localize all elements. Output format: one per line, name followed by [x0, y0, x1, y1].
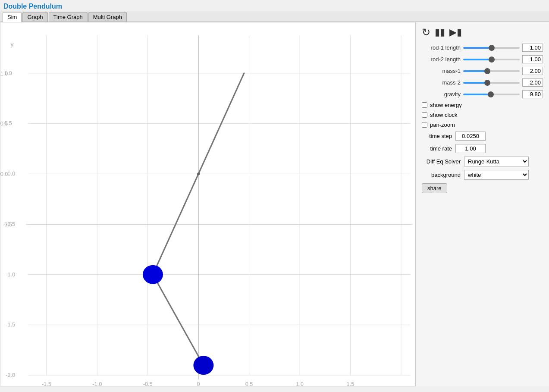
rod1-length-row: rod-1 length — [422, 44, 543, 52]
pan-zoom-row: pan-zoom — [422, 122, 543, 128]
pan-zoom-label: pan-zoom — [430, 122, 455, 128]
time-step-row: time step — [422, 132, 543, 141]
diff-eq-row: Diff Eq Solver Runge-Kutta Euler Modifie… — [422, 157, 543, 166]
share-button[interactable]: share — [422, 183, 447, 193]
svg-text:1.0: 1.0 — [296, 381, 304, 386]
rod2-length-label: rod-2 length — [422, 56, 461, 63]
svg-text:-0.5: -0.5 — [143, 381, 153, 386]
svg-text:y: y — [10, 41, 13, 47]
controls-panel: ↻ ▮▮ ▶▮ rod-1 length rod-2 length mass-1… — [415, 22, 549, 386]
svg-text:0.5: 0.5 — [245, 381, 253, 386]
svg-text:0.0: 0.0 — [7, 171, 15, 177]
pan-zoom-checkbox[interactable] — [422, 122, 427, 128]
svg-text:-1.5: -1.5 — [6, 322, 15, 328]
mass2-row: mass-2 — [422, 78, 543, 87]
show-energy-row: show energy — [422, 102, 543, 108]
time-step-input[interactable] — [455, 132, 486, 141]
rod1-length-label: rod-1 length — [422, 44, 461, 51]
rod1-length-slider[interactable] — [463, 47, 520, 49]
show-clock-row: show clock — [422, 112, 543, 118]
svg-text:0: 0 — [197, 381, 200, 386]
step-button[interactable]: ▶▮ — [449, 27, 462, 38]
tab-graph[interactable]: Graph — [22, 12, 47, 22]
app-title: Double Pendulum — [0, 0, 549, 11]
show-clock-label: show clock — [430, 112, 458, 118]
mass1-slider[interactable] — [463, 70, 520, 72]
simulation-canvas-area: y x 1.0 0.5 0.0 -0.5 1.0 0.5 0.0 -0.5 -1… — [0, 22, 415, 386]
svg-text:-2.0: -2.0 — [6, 372, 15, 378]
mass-1-ball[interactable] — [143, 265, 163, 284]
time-rate-label: time rate — [422, 145, 452, 152]
background-select[interactable]: white black gray — [464, 170, 529, 180]
svg-text:0.0: 0.0 — [0, 172, 8, 178]
time-step-label: time step — [422, 133, 452, 139]
svg-text:1.0: 1.0 — [4, 70, 12, 76]
svg-text:1.5: 1.5 — [347, 381, 354, 386]
mass1-value[interactable] — [522, 67, 543, 75]
tab-multi-graph[interactable]: Multi Graph — [88, 12, 127, 22]
pivot-point — [197, 172, 200, 175]
playback-controls: ↻ ▮▮ ▶▮ — [422, 26, 543, 40]
show-energy-label: show energy — [430, 102, 462, 108]
svg-text:-1.0: -1.0 — [92, 381, 102, 386]
background-row: background white black gray — [422, 170, 543, 180]
reset-button[interactable]: ↻ — [422, 26, 430, 38]
gravity-label: gravity — [422, 91, 461, 97]
mass2-value[interactable] — [522, 78, 543, 87]
diff-eq-select[interactable]: Runge-Kutta Euler Modified Euler — [464, 157, 529, 166]
show-clock-checkbox[interactable] — [422, 112, 427, 118]
gravity-value[interactable] — [522, 90, 543, 98]
tab-bar: Sim Graph Time Graph Multi Graph — [0, 11, 549, 22]
tab-sim[interactable]: Sim — [3, 12, 22, 22]
rod2-length-value[interactable] — [522, 55, 543, 63]
time-rate-input[interactable] — [455, 144, 486, 153]
mass1-label: mass-1 — [422, 68, 461, 74]
gravity-row: gravity — [422, 90, 543, 98]
diff-eq-label: Diff Eq Solver — [422, 158, 461, 165]
share-row: share — [422, 183, 543, 193]
background-label: background — [422, 172, 461, 178]
mass2-label: mass-2 — [422, 79, 461, 86]
tab-time-graph[interactable]: Time Graph — [49, 12, 88, 22]
svg-text:-0.5: -0.5 — [6, 221, 15, 227]
mass2-slider[interactable] — [463, 82, 520, 84]
rod1-length-value[interactable] — [522, 44, 543, 52]
svg-text:-1.5: -1.5 — [42, 381, 51, 386]
show-energy-checkbox[interactable] — [422, 102, 427, 108]
mass-2-ball[interactable] — [193, 356, 213, 375]
pause-button[interactable]: ▮▮ — [435, 27, 445, 38]
mass1-row: mass-1 — [422, 67, 543, 75]
svg-text:0.5: 0.5 — [4, 121, 12, 127]
rod-2 — [153, 275, 203, 366]
gravity-slider[interactable] — [463, 94, 520, 95]
svg-text:-1.0: -1.0 — [6, 272, 15, 278]
rod2-length-slider[interactable] — [463, 59, 520, 60]
rod2-length-row: rod-2 length — [422, 55, 543, 63]
time-rate-row: time rate — [422, 144, 543, 153]
